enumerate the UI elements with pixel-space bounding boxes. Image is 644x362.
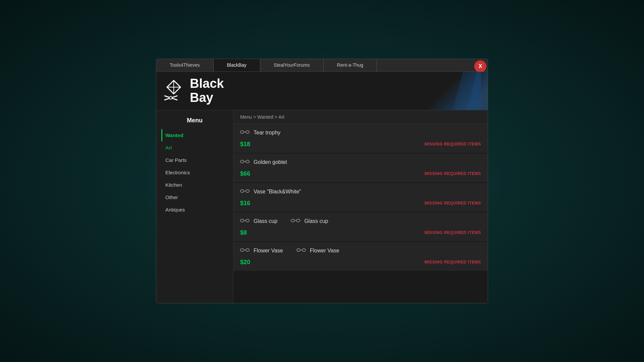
item-name-label: Flower Vase xyxy=(310,248,339,254)
missing-required-label: MISSING REQUIRED ITEMS xyxy=(425,201,481,205)
svg-rect-13 xyxy=(246,190,249,192)
tab-stealyourforums[interactable]: StealYourForums xyxy=(260,59,324,71)
logo-container: Black Bay xyxy=(163,77,224,105)
missing-required-label: MISSING REQUIRED ITEMS xyxy=(425,171,481,176)
site-header: Black Bay xyxy=(156,72,488,110)
logo-text: Black Bay xyxy=(190,77,224,105)
browser-window: Tools4Thieves BlackBay StealYourForums R… xyxy=(156,59,488,303)
svg-rect-24 xyxy=(297,249,300,251)
item-price: $16 xyxy=(240,200,250,207)
svg-rect-15 xyxy=(240,219,244,222)
item-price-row: $18MISSING REQUIRED ITEMS xyxy=(240,141,481,148)
svg-rect-16 xyxy=(246,219,249,222)
svg-rect-12 xyxy=(240,190,244,192)
chain-icon xyxy=(240,188,250,196)
svg-rect-22 xyxy=(246,249,249,251)
sidebar-item-car-parts[interactable]: Car Parts xyxy=(161,154,228,166)
item-name-group: Glass cup xyxy=(240,218,277,225)
item-name-label: Glass cup xyxy=(304,218,328,224)
item-price-row: $16MISSING REQUIRED ITEMS xyxy=(240,200,481,207)
items-list[interactable]: Tear trophy$18MISSING REQUIRED ITEMS Gol… xyxy=(233,124,488,303)
sidebar-item-kitchen[interactable]: Kitchen xyxy=(161,179,228,191)
item-name-row: Golden goblet xyxy=(240,159,481,166)
svg-rect-19 xyxy=(297,219,300,222)
right-panel: Menu > Wanted > Art Tear trophy$18MISSIN… xyxy=(233,110,488,303)
content-area: Menu Wanted Art Car Parts Electronics Ki… xyxy=(156,110,488,303)
tab-tools4thieves[interactable]: Tools4Thieves xyxy=(156,59,214,71)
item-name-label: Golden goblet xyxy=(254,159,287,165)
item-price: $8 xyxy=(240,229,247,236)
chain-icon xyxy=(297,247,306,255)
item-price: $18 xyxy=(240,141,250,148)
item-name-label: Vase "Black&White" xyxy=(254,189,301,195)
logo-line1: Black xyxy=(190,77,224,91)
item-name-group: Flower Vase xyxy=(240,247,283,255)
svg-rect-6 xyxy=(240,131,244,133)
item-name-row: Tear trophy xyxy=(240,129,481,137)
missing-required-label: MISSING REQUIRED ITEMS xyxy=(425,260,481,264)
svg-rect-9 xyxy=(240,160,244,163)
tab-blackbay[interactable]: BlackBay xyxy=(214,59,260,71)
header-stripe xyxy=(421,72,481,110)
item-price: $66 xyxy=(240,170,250,177)
missing-required-label: MISSING REQUIRED ITEMS xyxy=(425,230,481,235)
item-name-group: Glass cup xyxy=(291,218,328,225)
item-name-group: Flower Vase xyxy=(297,247,339,255)
sidebar-item-antiques[interactable]: Antiques xyxy=(161,203,228,216)
item-price-row: $8MISSING REQUIRED ITEMS xyxy=(240,229,481,236)
item-name-row: Glass cup Glass cup xyxy=(240,218,481,225)
logo-icon xyxy=(163,80,185,102)
svg-rect-18 xyxy=(291,219,294,222)
close-button[interactable]: X xyxy=(474,60,486,72)
sidebar-item-wanted[interactable]: Wanted xyxy=(161,129,228,141)
sidebar-item-art[interactable]: Art xyxy=(161,141,228,154)
svg-rect-7 xyxy=(246,131,249,133)
chain-icon xyxy=(291,218,300,225)
item-card: Golden goblet$66MISSING REQUIRED ITEMS xyxy=(233,154,488,183)
missing-required-label: MISSING REQUIRED ITEMS xyxy=(425,142,481,146)
svg-rect-25 xyxy=(302,249,306,251)
chain-icon xyxy=(240,247,250,255)
sidebar-item-other[interactable]: Other xyxy=(161,191,228,203)
item-price-row: $66MISSING REQUIRED ITEMS xyxy=(240,170,481,177)
svg-rect-10 xyxy=(246,160,249,163)
breadcrumb: Menu > Wanted > Art xyxy=(233,110,488,124)
item-card: Glass cup Glass cup$8MISSING REQUIRED IT… xyxy=(233,213,488,242)
item-card: Flower Vase Flower Vase$20MISSING REQUIR… xyxy=(233,242,488,272)
logo-line2: Bay xyxy=(190,91,224,105)
item-name-label: Tear trophy xyxy=(254,130,280,136)
chain-icon xyxy=(240,218,250,225)
item-price: $20 xyxy=(240,259,250,266)
chain-icon xyxy=(240,129,250,137)
left-panel: Menu Wanted Art Car Parts Electronics Ki… xyxy=(156,110,233,303)
item-card: Tear trophy$18MISSING REQUIRED ITEMS xyxy=(233,124,488,154)
sidebar-item-electronics[interactable]: Electronics xyxy=(161,166,228,179)
chain-icon xyxy=(240,159,250,166)
tab-rentathug[interactable]: Rent-a-Thug xyxy=(324,59,377,71)
item-price-row: $20MISSING REQUIRED ITEMS xyxy=(240,259,481,266)
item-name-row: Vase "Black&White" xyxy=(240,188,481,196)
svg-rect-21 xyxy=(240,249,244,251)
svg-point-5 xyxy=(169,97,172,99)
item-name-row: Flower Vase Flower Vase xyxy=(240,247,481,255)
item-name-label: Glass cup xyxy=(254,218,277,224)
menu-title: Menu xyxy=(161,117,228,124)
item-card: Vase "Black&White"$16MISSING REQUIRED IT… xyxy=(233,183,488,213)
item-name-label: Flower Vase xyxy=(254,248,283,254)
tab-bar: Tools4Thieves BlackBay StealYourForums R… xyxy=(156,59,488,72)
